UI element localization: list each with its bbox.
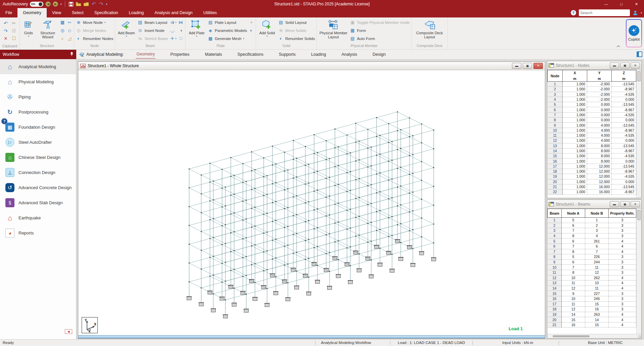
plane-tool-icon[interactable]: ◇ [67, 28, 72, 33]
data-cell[interactable]: 8.000 [587, 148, 612, 153]
data-cell[interactable]: 4.000 [587, 128, 612, 133]
menu-tab-utilities[interactable]: Utilities [198, 8, 222, 17]
row-id-cell[interactable]: 9 [548, 259, 562, 265]
data-cell[interactable]: -4.535 [612, 133, 636, 138]
sidebar-item-advanced-slab-design[interactable]: §Advanced Slab Design [0, 195, 76, 210]
view-horizontal-scrollbar[interactable] [78, 335, 545, 338]
delete-icon[interactable]: ✕ [3, 36, 8, 41]
row-id-cell[interactable]: 22 [548, 189, 563, 194]
data-cell[interactable]: 3 [609, 301, 636, 307]
data-cell[interactable]: 6 [562, 259, 585, 265]
data-cell[interactable]: 263 [585, 312, 609, 317]
row-id-cell[interactable]: 15 [548, 154, 563, 159]
move-solids-button[interactable]: ⊕Move Solids [278, 27, 315, 35]
row-id-cell[interactable]: 11 [548, 133, 563, 138]
row-id-cell[interactable]: 16 [548, 159, 563, 164]
data-cell[interactable]: 10 [562, 296, 585, 301]
data-cell[interactable]: 1.000 [563, 179, 587, 184]
add-beam-button[interactable]: Add Beam ▾ [117, 18, 136, 38]
data-cell[interactable]: 1.000 [563, 112, 587, 117]
data-cell[interactable]: 12 [585, 270, 609, 275]
add-plate-button[interactable]: Add Plate ▾ [187, 18, 206, 38]
row-id-cell[interactable]: 14 [548, 148, 563, 153]
data-cell[interactable]: 7 [562, 244, 585, 249]
move-beam-icon[interactable]: ✛ [170, 36, 175, 41]
row-id-cell[interactable]: 15 [548, 291, 562, 296]
menu-tab-specification[interactable]: Specification [89, 8, 124, 17]
data-cell[interactable]: 1.000 [563, 174, 587, 179]
data-cell[interactable]: 8 [562, 270, 585, 275]
data-cell[interactable]: 1.000 [563, 118, 587, 123]
data-cell[interactable]: 8 [562, 233, 585, 239]
data-cell[interactable]: 15 [585, 301, 609, 307]
row-id-cell[interactable]: 8 [548, 254, 562, 260]
nodes-panel-titlebar[interactable]: Structure1 - Nodes ▬ ▣ ✕ [547, 61, 641, 70]
data-cell[interactable]: 3 [609, 223, 636, 228]
data-cell[interactable]: 11 [585, 286, 609, 291]
zoom-search-icon[interactable]: ⌕ [60, 36, 65, 41]
auto-form-button[interactable]: ▧Auto Form [350, 35, 410, 43]
paste-icon[interactable]: ☐ [11, 36, 16, 41]
merge-nodes-button[interactable]: ◎Merge Nodes [76, 27, 113, 35]
data-cell[interactable]: 5 [562, 254, 585, 260]
move-plate-icon[interactable]: + [249, 20, 254, 25]
undo-icon[interactable]: ↶ [91, 1, 96, 7]
model-viewport[interactable]: Load 1 Y X Z [78, 70, 545, 335]
row-id-cell[interactable]: 17 [548, 301, 562, 307]
autorecovery-forward-icon[interactable]: ▶ [53, 1, 58, 7]
data-cell[interactable]: 0.000 [612, 159, 636, 164]
data-cell[interactable]: 4.000 [587, 133, 612, 138]
row-id-cell[interactable]: 12 [548, 275, 562, 280]
data-cell[interactable]: 3 [609, 296, 636, 301]
row-id-cell[interactable]: 13 [548, 143, 563, 148]
nodes-vertical-scrollbar[interactable] [636, 70, 641, 198]
data-cell[interactable]: 10 [562, 275, 585, 280]
beams-col-beam[interactable]: Beam [548, 209, 562, 218]
data-cell[interactable]: -4.535 [612, 154, 636, 159]
split-beam-icon[interactable]: ∷ [178, 36, 183, 41]
beams-vertical-scrollbar[interactable] [636, 209, 641, 334]
row-id-cell[interactable]: 2 [548, 223, 562, 228]
data-cell[interactable]: 11 [562, 280, 585, 286]
data-cell[interactable]: 16.000 [587, 189, 612, 194]
sidebar-item-steel-autodrafter[interactable]: ▷Steel AutoDrafter [0, 135, 76, 150]
data-cell[interactable]: 1.000 [563, 164, 587, 169]
row-id-cell[interactable]: 8 [548, 118, 563, 123]
row-id-cell[interactable]: 10 [548, 128, 563, 133]
row-id-cell[interactable]: 21 [548, 184, 563, 189]
row-id-cell[interactable]: 14 [548, 286, 562, 291]
add-solid-button[interactable]: Add Solid ▾ [258, 18, 276, 38]
data-cell[interactable]: 4 [585, 233, 609, 239]
data-cell[interactable]: 1.000 [563, 123, 587, 128]
row-id-cell[interactable]: 3 [548, 92, 563, 97]
menu-tab-analysis-and-design[interactable]: Analysis and Design [149, 8, 198, 17]
copilot-button[interactable]: Copilot [626, 19, 642, 47]
data-cell[interactable]: 10 [585, 280, 609, 286]
row-id-cell[interactable]: 19 [548, 312, 562, 317]
redo-action-icon[interactable]: ↷ [3, 28, 8, 34]
data-cell[interactable]: 4 [609, 286, 636, 291]
sidebar-item-physical-modeling[interactable]: ⌂Physical Modeling [0, 74, 76, 89]
row-id-cell[interactable]: 4 [548, 97, 563, 102]
data-cell[interactable]: 0.000 [612, 138, 636, 143]
row-id-cell[interactable]: 3 [548, 228, 562, 233]
redo-icon[interactable]: ↷ [98, 1, 104, 7]
data-cell[interactable]: 227 [585, 291, 609, 296]
data-cell[interactable]: -2.000 [587, 82, 612, 87]
menu-tab-select[interactable]: Select [67, 8, 89, 17]
user-account-icon[interactable] [633, 10, 638, 15]
row-id-cell[interactable]: 5 [548, 239, 562, 244]
renumber-solids-button[interactable]: ◐Renumber Solids [278, 35, 315, 43]
data-cell[interactable]: 4.000 [587, 138, 612, 143]
composite-deck-layout-button[interactable]: Composite Deck Layout [414, 18, 446, 39]
physical-member-layout-button[interactable]: Physical Member Layout [318, 18, 348, 39]
nodes-col-x[interactable]: X [563, 70, 587, 76]
restore-window-icon[interactable]: □ [614, 0, 629, 8]
save-icon[interactable] [69, 2, 74, 7]
tab-design[interactable]: Design [372, 50, 386, 58]
data-cell[interactable]: 3 [609, 259, 636, 265]
sidebar-item-analytical-modeling[interactable]: ⌂Analytical Modeling [0, 59, 76, 74]
data-cell[interactable]: -8.967 [612, 189, 636, 194]
curved-beam-icon[interactable]: ◡ [170, 28, 175, 33]
data-cell[interactable]: 3 [609, 254, 636, 260]
